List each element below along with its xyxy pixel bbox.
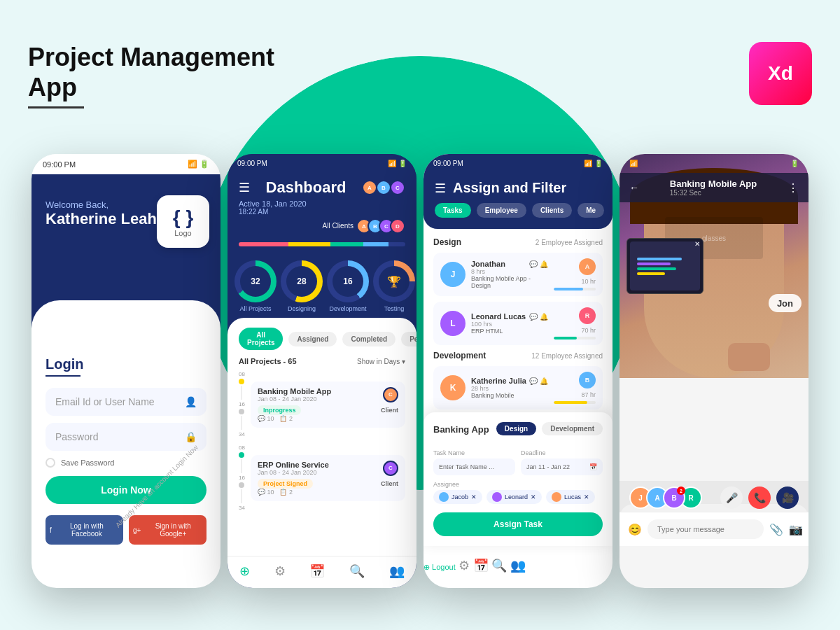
chat-title: Banking Mobile App xyxy=(670,178,757,189)
assignee-chip-lucas[interactable]: Lucas ✕ xyxy=(546,490,595,504)
assign-task-button[interactable]: Assign Task xyxy=(433,512,603,536)
logo-icon: { } xyxy=(173,206,194,229)
proj-date-1b: 16 xyxy=(239,401,245,407)
show-in-days[interactable]: Show in Days ▾ xyxy=(357,358,405,365)
chat-header: ← Banking Mobile App 15:32 Sec ⋮ xyxy=(620,173,808,202)
assign-tab-me[interactable]: Me xyxy=(578,203,604,218)
assign-tab-employee[interactable]: Employee xyxy=(477,203,526,218)
assign-menu-icon[interactable]: ☰ xyxy=(435,181,446,196)
assignee-label: Assignee xyxy=(433,481,603,488)
login-label: Login xyxy=(46,356,206,372)
page-title: Project Management App xyxy=(28,42,274,108)
nav-users-3[interactable]: 👥 xyxy=(510,559,526,573)
assignee-row: Jacob ✕ Leonard ✕ Lucas ✕ xyxy=(433,490,603,504)
nav-search[interactable]: 🔍 xyxy=(349,564,365,579)
status-wifi-4: 📶 xyxy=(629,160,638,167)
assign-tab-tasks[interactable]: Tasks xyxy=(435,203,471,218)
status-bar-1: 09:00 PM 📶 🔋 xyxy=(31,154,220,174)
assign-avatar-katherine: B xyxy=(579,372,596,388)
login-now-button[interactable]: Login Now xyxy=(46,476,206,504)
assign-avatar-leonard: R xyxy=(579,307,596,324)
stat-value-2: 28 xyxy=(286,266,317,297)
attachment-icon[interactable]: 📎 xyxy=(769,523,783,536)
nav-logout[interactable]: ⊕ xyxy=(239,564,250,579)
call-badge: 2 xyxy=(677,486,685,495)
nav-users[interactable]: 👥 xyxy=(389,564,405,579)
proj-name-1: Banking Mobile App xyxy=(258,387,331,396)
deadline-input[interactable]: Jan 11 - Jan 22 📅 xyxy=(521,458,603,475)
proj-date-1a: 08 xyxy=(239,371,245,377)
task-right-jonathan: A 10 hr xyxy=(554,258,596,290)
nav-settings-3[interactable]: ⚙ xyxy=(458,559,470,573)
filter-tabs: All Projects Assigned Completed Pending xyxy=(239,328,405,350)
header-avatar-3: C xyxy=(390,180,405,195)
tab-pending[interactable]: Pending xyxy=(401,332,416,346)
proj-footer-1: Inprogress Client xyxy=(258,405,398,415)
section-header-dev: Development 12 Employee Assigned xyxy=(433,351,603,360)
section-count-design: 2 Employee Assigned xyxy=(536,239,603,246)
pbar-fill-green xyxy=(330,242,364,246)
task-progress-jonathan xyxy=(554,288,596,290)
close-preview-icon[interactable]: ✕ xyxy=(694,240,700,248)
nav-settings[interactable]: ⚙ xyxy=(274,564,286,579)
facebook-login-button[interactable]: f Log in with Facebook xyxy=(46,515,123,545)
stat-all-projects: 32 All Projects xyxy=(234,260,276,312)
tab-all-projects[interactable]: All Projects xyxy=(239,328,283,350)
nav-calendar-3[interactable]: 📅 xyxy=(473,559,489,573)
proj-line-2b xyxy=(241,489,242,503)
all-projects-count: All Projects - 65 xyxy=(239,357,297,365)
chat-menu-icon[interactable]: ⋮ xyxy=(788,181,799,195)
nav-logout-3[interactable]: ⊕ Logout xyxy=(424,563,456,571)
email-field[interactable]: Email Id or User Name 👤 xyxy=(46,388,206,416)
task-time-katherine: 87 hr xyxy=(581,391,596,398)
assignee-chip-jacob[interactable]: Jacob ✕ xyxy=(433,490,482,504)
save-checkbox[interactable] xyxy=(46,458,55,468)
assign-tab-clients[interactable]: Clients xyxy=(532,203,572,218)
task-name-input[interactable]: Enter Task Name ... xyxy=(433,458,515,475)
panel-tab-dev[interactable]: Development xyxy=(542,422,603,435)
chat-input-bar: 😊 📎 📷 ➤ xyxy=(620,512,808,546)
menu-icon[interactable]: ☰ xyxy=(239,180,250,195)
end-call-button[interactable]: 📞 xyxy=(748,486,771,509)
back-icon[interactable]: ← xyxy=(629,182,639,193)
nav-calendar[interactable]: 📅 xyxy=(309,564,325,579)
emoji-icon[interactable]: 😊 xyxy=(628,523,642,536)
task-time-jonathan: 10 hr xyxy=(581,278,596,285)
status-time-2: 09:00 PM xyxy=(237,160,267,167)
google-login-button[interactable]: g+ Sign in with Google+ xyxy=(129,515,206,545)
password-field[interactable]: Password 🔒 xyxy=(46,423,206,451)
dashboard-white-section: All Projects Assigned Completed Pending … xyxy=(227,318,416,556)
user-icon: 👤 xyxy=(185,396,197,407)
tab-completed[interactable]: Completed xyxy=(342,332,396,346)
chip-remove-leonard[interactable]: ✕ xyxy=(531,493,536,500)
chip-dot-lucas xyxy=(552,492,561,502)
task-progress-leonard xyxy=(554,337,596,340)
task-info-katherine: Katherine Julia 💬 🔔 28 hrs Banking Mobil… xyxy=(471,377,548,399)
proj-date-2c: 34 xyxy=(239,505,245,511)
task-project-jonathan: Banking Mobile App - Design xyxy=(471,275,548,289)
chip-remove-lucas[interactable]: ✕ xyxy=(584,493,589,500)
chip-remove-jacob[interactable]: ✕ xyxy=(471,493,477,500)
task-icons-katherine: 💬 🔔 xyxy=(529,377,548,385)
assignee-chip-leonard[interactable]: Leonard ✕ xyxy=(486,490,542,504)
tab-assigned[interactable]: Assigned xyxy=(288,332,337,346)
panel-tabs: Design Development xyxy=(496,422,603,435)
proj-status-1: Inprogress xyxy=(258,405,302,415)
nav-search-3[interactable]: 🔍 xyxy=(491,559,507,573)
mute-button[interactable]: 🎤 xyxy=(720,486,743,509)
client-avatar-4: D xyxy=(390,218,405,234)
proj-date-2b: 16 xyxy=(239,475,245,481)
proj-client-2: Client xyxy=(381,480,398,487)
message-input[interactable] xyxy=(648,519,764,539)
proj-line-2 xyxy=(241,459,242,473)
proj-avatar-2: C xyxy=(383,461,398,476)
proj-status-2: Project Signed xyxy=(258,479,313,489)
header-avatar-2: B xyxy=(376,180,391,195)
proj-meta-2: 💬 10 📋 2 xyxy=(258,489,398,496)
panel-tab-design[interactable]: Design xyxy=(496,422,536,435)
task-name-jonathan: Jonathan xyxy=(471,260,505,268)
chip-label-leonard: Leonard xyxy=(505,493,528,500)
task-project-leonard: ERP HTML xyxy=(471,328,548,335)
video-button[interactable]: 🎥 xyxy=(776,486,799,509)
camera-icon[interactable]: 📷 xyxy=(789,523,803,536)
